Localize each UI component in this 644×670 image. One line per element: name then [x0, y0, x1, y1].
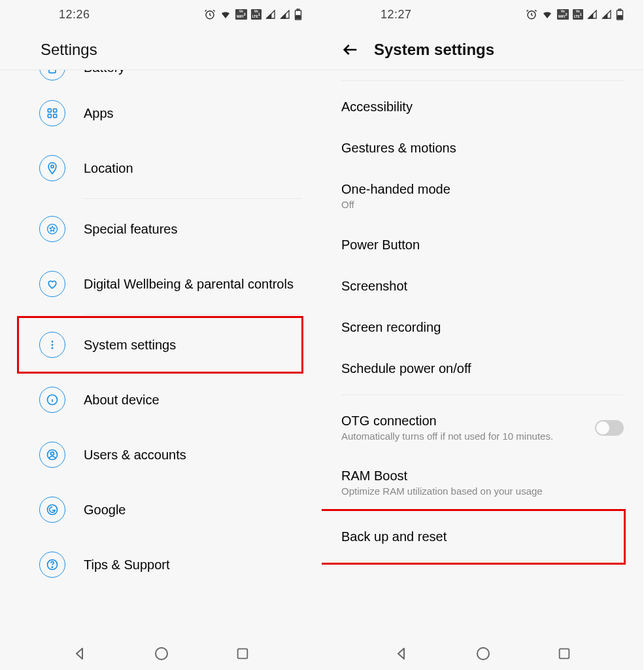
status-time: 12:26: [59, 8, 90, 22]
row-label: Apps: [84, 105, 302, 122]
row-label: One-handed mode: [341, 182, 624, 197]
vowifi-badge: VoWiFi2: [557, 9, 569, 19]
row-one-handed[interactable]: One-handed mode Off: [322, 169, 643, 224]
nav-bar: [0, 637, 322, 670]
signal-icon-1: [587, 9, 598, 20]
nav-home-icon[interactable]: [154, 646, 169, 661]
settings-scroll[interactable]: Battery Apps Location Special featur: [0, 70, 322, 637]
alarm-icon: [204, 9, 216, 20]
row-label: System settings: [84, 336, 282, 354]
divider: [84, 314, 302, 315]
svg-point-23: [52, 567, 52, 567]
row-label: Battery: [84, 70, 302, 77]
settings-row-location[interactable]: Location: [0, 141, 322, 196]
svg-point-13: [52, 341, 54, 343]
star-icon: [39, 216, 65, 242]
row-backup-reset[interactable]: Back up and reset: [322, 511, 624, 563]
row-label: Back up and reset: [341, 529, 604, 544]
settings-row-google[interactable]: Google: [0, 482, 322, 537]
settings-row-apps[interactable]: Apps: [0, 86, 322, 141]
row-label: Screenshot: [341, 279, 624, 294]
row-accessibility[interactable]: Accessibility: [322, 86, 643, 128]
svg-rect-7: [48, 109, 51, 112]
volte-badge: VoLTE1: [251, 9, 262, 19]
system-settings-scroll[interactable]: Accessibility Gestures & motions One-han…: [322, 70, 643, 637]
svg-rect-3: [297, 9, 299, 10]
alarm-icon: [526, 9, 537, 20]
row-label: OTG connection: [341, 414, 595, 429]
row-label: RAM Boost: [341, 468, 624, 484]
divider: [341, 80, 624, 81]
row-sub: Off: [341, 198, 624, 211]
row-ram-boost[interactable]: RAM Boost Optimize RAM utilization based…: [322, 455, 643, 511]
svg-point-11: [51, 165, 54, 168]
row-label: Accessibility: [341, 99, 624, 115]
row-otg[interactable]: OTG connection Automatically turns off i…: [322, 400, 643, 456]
settings-row-users[interactable]: Users & accounts: [0, 427, 322, 482]
row-power-button[interactable]: Power Button: [322, 224, 643, 266]
header-title: Settings: [41, 41, 97, 59]
settings-row-about[interactable]: About device: [0, 372, 322, 427]
location-icon: [39, 155, 65, 181]
row-sub: Automatically turns off if not used for …: [341, 430, 595, 443]
svg-rect-5: [49, 70, 56, 73]
row-label: Tips & Support: [84, 556, 302, 574]
status-bar: 12:26 VoWiFi2 VoLTE1: [0, 0, 322, 29]
svg-point-15: [52, 347, 54, 349]
settings-row-wellbeing[interactable]: Digital Wellbeing & parental controls: [0, 256, 322, 311]
nav-home-icon[interactable]: [475, 646, 491, 661]
row-label: Power Button: [341, 238, 624, 253]
status-time: 12:27: [381, 8, 412, 22]
heart-icon: [39, 271, 65, 297]
header-system-settings: System settings: [322, 29, 643, 70]
signal-icon-2: [280, 9, 290, 20]
otg-toggle[interactable]: [595, 420, 624, 436]
row-screenshot[interactable]: Screenshot: [322, 266, 643, 307]
settings-row-battery[interactable]: Battery: [0, 70, 322, 86]
row-sub: Optimize RAM utilization based on your u…: [341, 485, 624, 498]
status-icons: VoWiFi2 VoLTE1: [526, 9, 624, 20]
svg-point-20: [51, 452, 54, 455]
battery-icon: [294, 9, 302, 20]
row-label: Screen recording: [341, 320, 624, 335]
back-arrow-icon[interactable]: [341, 41, 360, 59]
row-schedule-power[interactable]: Schedule power on/off: [322, 348, 643, 389]
row-label: Special features: [84, 220, 302, 238]
wifi-icon: [220, 9, 231, 20]
google-icon: [39, 497, 65, 523]
status-icons: VoWiFi2 VoLTE1: [204, 9, 302, 20]
signal-icon-2: [602, 9, 612, 20]
svg-point-14: [52, 344, 54, 346]
header-settings: Settings: [0, 29, 322, 70]
svg-point-24: [156, 648, 167, 660]
settings-row-system[interactable]: System settings: [18, 317, 302, 372]
nav-recent-icon[interactable]: [235, 646, 250, 661]
phone-left: 12:26 VoWiFi2 VoLTE1 Settings Battery: [0, 0, 322, 670]
row-label: Gestures & motions: [341, 141, 624, 156]
svg-rect-10: [54, 115, 57, 118]
settings-row-tips[interactable]: Tips & Support: [0, 537, 322, 592]
svg-rect-25: [237, 649, 247, 659]
info-icon: [39, 387, 65, 413]
row-label: About device: [84, 391, 302, 409]
row-label: Digital Wellbeing & parental controls: [84, 275, 302, 293]
settings-row-special[interactable]: Special features: [0, 202, 322, 256]
nav-recent-icon[interactable]: [557, 646, 571, 661]
divider: [341, 395, 624, 395]
svg-rect-9: [48, 115, 51, 118]
row-label: Users & accounts: [84, 446, 302, 464]
divider: [84, 198, 302, 199]
row-gestures[interactable]: Gestures & motions: [322, 128, 643, 169]
volte-badge: VoLTE1: [573, 9, 583, 19]
row-label: Schedule power on/off: [341, 361, 624, 376]
user-icon: [39, 442, 65, 468]
nav-back-icon[interactable]: [394, 646, 409, 661]
signal-icon-1: [265, 9, 276, 20]
nav-back-icon[interactable]: [72, 646, 88, 661]
svg-rect-8: [54, 109, 57, 112]
help-icon: [39, 552, 65, 578]
row-screen-recording[interactable]: Screen recording: [322, 307, 643, 348]
svg-point-27: [547, 16, 548, 18]
wifi-icon: [541, 9, 553, 20]
svg-rect-32: [559, 649, 569, 659]
